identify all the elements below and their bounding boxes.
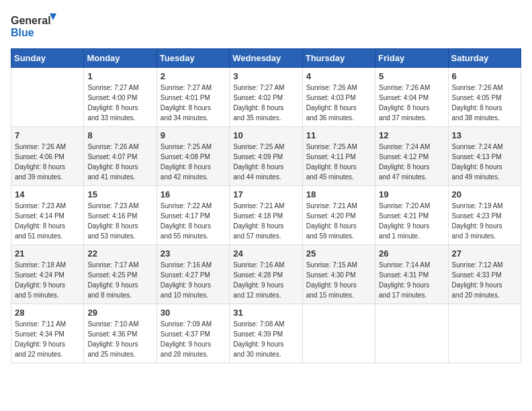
calendar-cell: 23Sunrise: 7:16 AM Sunset: 4:27 PM Dayli… <box>157 245 229 304</box>
day-number: 29 <box>87 308 152 318</box>
day-number: 23 <box>161 248 226 259</box>
day-number: 11 <box>306 130 371 140</box>
day-info: Sunrise: 7:23 AM Sunset: 4:14 PM Dayligh… <box>15 201 80 241</box>
calendar-cell: 20Sunrise: 7:19 AM Sunset: 4:23 PM Dayli… <box>448 186 521 245</box>
page-header: GeneralBlue <box>11 11 521 40</box>
day-info: Sunrise: 7:26 AM Sunset: 4:04 PM Dayligh… <box>379 83 444 123</box>
day-number: 25 <box>306 248 371 259</box>
calendar-cell: 29Sunrise: 7:10 AM Sunset: 4:36 PM Dayli… <box>84 304 157 363</box>
header-day-tuesday: Tuesday <box>157 49 229 68</box>
calendar-cell: 22Sunrise: 7:17 AM Sunset: 4:25 PM Dayli… <box>84 245 157 304</box>
day-info: Sunrise: 7:17 AM Sunset: 4:25 PM Dayligh… <box>87 260 152 300</box>
svg-text:Blue: Blue <box>11 27 34 38</box>
calendar-week-2: 7Sunrise: 7:26 AM Sunset: 4:06 PM Daylig… <box>11 127 521 186</box>
day-info: Sunrise: 7:27 AM Sunset: 4:01 PM Dayligh… <box>161 83 226 123</box>
day-info: Sunrise: 7:22 AM Sunset: 4:17 PM Dayligh… <box>161 201 226 241</box>
calendar-cell <box>302 304 375 363</box>
header-day-monday: Monday <box>84 49 157 68</box>
day-number: 18 <box>306 189 371 199</box>
day-info: Sunrise: 7:26 AM Sunset: 4:05 PM Dayligh… <box>452 83 517 123</box>
calendar-cell: 16Sunrise: 7:22 AM Sunset: 4:17 PM Dayli… <box>157 186 229 245</box>
day-number: 22 <box>87 248 152 259</box>
day-number: 17 <box>233 189 298 199</box>
day-number: 1 <box>87 71 152 81</box>
calendar-cell: 4Sunrise: 7:26 AM Sunset: 4:03 PM Daylig… <box>302 68 375 127</box>
day-info: Sunrise: 7:19 AM Sunset: 4:23 PM Dayligh… <box>452 201 517 241</box>
day-number: 21 <box>15 248 80 259</box>
day-info: Sunrise: 7:15 AM Sunset: 4:30 PM Dayligh… <box>306 260 371 300</box>
calendar-cell: 19Sunrise: 7:20 AM Sunset: 4:21 PM Dayli… <box>375 186 448 245</box>
day-info: Sunrise: 7:11 AM Sunset: 4:34 PM Dayligh… <box>15 319 80 359</box>
calendar-cell: 18Sunrise: 7:21 AM Sunset: 4:20 PM Dayli… <box>302 186 375 245</box>
logo: GeneralBlue <box>11 11 58 40</box>
header-day-sunday: Sunday <box>11 49 84 68</box>
day-number: 2 <box>161 71 226 81</box>
day-number: 31 <box>233 308 298 318</box>
day-info: Sunrise: 7:26 AM Sunset: 4:07 PM Dayligh… <box>87 142 152 182</box>
calendar-cell: 10Sunrise: 7:25 AM Sunset: 4:09 PM Dayli… <box>230 127 302 186</box>
calendar-cell: 28Sunrise: 7:11 AM Sunset: 4:34 PM Dayli… <box>11 304 84 363</box>
day-info: Sunrise: 7:26 AM Sunset: 4:06 PM Dayligh… <box>15 142 80 182</box>
calendar-cell: 21Sunrise: 7:18 AM Sunset: 4:24 PM Dayli… <box>11 245 84 304</box>
day-info: Sunrise: 7:24 AM Sunset: 4:12 PM Dayligh… <box>379 142 444 182</box>
day-info: Sunrise: 7:25 AM Sunset: 4:09 PM Dayligh… <box>233 142 298 182</box>
day-info: Sunrise: 7:26 AM Sunset: 4:03 PM Dayligh… <box>306 83 371 123</box>
day-info: Sunrise: 7:25 AM Sunset: 4:11 PM Dayligh… <box>306 142 371 182</box>
calendar-cell <box>375 304 448 363</box>
calendar-table: SundayMondayTuesdayWednesdayThursdayFrid… <box>11 48 521 363</box>
calendar-cell: 7Sunrise: 7:26 AM Sunset: 4:06 PM Daylig… <box>11 127 84 186</box>
day-number: 5 <box>379 71 444 81</box>
calendar-header-row: SundayMondayTuesdayWednesdayThursdayFrid… <box>11 49 521 68</box>
calendar-cell: 9Sunrise: 7:25 AM Sunset: 4:08 PM Daylig… <box>157 127 229 186</box>
calendar-week-4: 21Sunrise: 7:18 AM Sunset: 4:24 PM Dayli… <box>11 245 521 304</box>
day-info: Sunrise: 7:18 AM Sunset: 4:24 PM Dayligh… <box>15 260 80 300</box>
day-number: 16 <box>161 189 226 199</box>
day-info: Sunrise: 7:23 AM Sunset: 4:16 PM Dayligh… <box>87 201 152 241</box>
day-number: 13 <box>452 130 517 140</box>
day-info: Sunrise: 7:24 AM Sunset: 4:13 PM Dayligh… <box>452 142 517 182</box>
day-info: Sunrise: 7:16 AM Sunset: 4:27 PM Dayligh… <box>161 260 226 300</box>
calendar-cell: 3Sunrise: 7:27 AM Sunset: 4:02 PM Daylig… <box>230 68 302 127</box>
calendar-cell: 2Sunrise: 7:27 AM Sunset: 4:01 PM Daylig… <box>157 68 229 127</box>
day-number: 24 <box>233 248 298 259</box>
day-number: 26 <box>379 248 444 259</box>
day-number: 3 <box>233 71 298 81</box>
day-number: 8 <box>87 130 152 140</box>
calendar-cell: 17Sunrise: 7:21 AM Sunset: 4:18 PM Dayli… <box>230 186 302 245</box>
day-info: Sunrise: 7:27 AM Sunset: 4:02 PM Dayligh… <box>233 83 298 123</box>
calendar-cell: 12Sunrise: 7:24 AM Sunset: 4:12 PM Dayli… <box>375 127 448 186</box>
calendar-cell: 24Sunrise: 7:16 AM Sunset: 4:28 PM Dayli… <box>230 245 302 304</box>
day-info: Sunrise: 7:25 AM Sunset: 4:08 PM Dayligh… <box>161 142 226 182</box>
day-number: 7 <box>15 130 80 140</box>
day-number: 4 <box>306 71 371 81</box>
calendar-week-3: 14Sunrise: 7:23 AM Sunset: 4:14 PM Dayli… <box>11 186 521 245</box>
day-info: Sunrise: 7:12 AM Sunset: 4:33 PM Dayligh… <box>452 260 517 300</box>
day-info: Sunrise: 7:16 AM Sunset: 4:28 PM Dayligh… <box>233 260 298 300</box>
header-day-wednesday: Wednesday <box>230 49 302 68</box>
svg-text:General: General <box>11 15 51 26</box>
day-info: Sunrise: 7:09 AM Sunset: 4:37 PM Dayligh… <box>161 319 226 359</box>
calendar-week-1: 1Sunrise: 7:27 AM Sunset: 4:00 PM Daylig… <box>11 68 521 127</box>
header-day-thursday: Thursday <box>302 49 375 68</box>
header-day-friday: Friday <box>375 49 448 68</box>
day-number: 15 <box>87 189 152 199</box>
day-number: 19 <box>379 189 444 199</box>
day-number: 27 <box>452 248 517 259</box>
calendar-cell: 14Sunrise: 7:23 AM Sunset: 4:14 PM Dayli… <box>11 186 84 245</box>
header-day-saturday: Saturday <box>448 49 521 68</box>
day-info: Sunrise: 7:08 AM Sunset: 4:39 PM Dayligh… <box>233 319 298 359</box>
day-number: 14 <box>15 189 80 199</box>
calendar-cell: 27Sunrise: 7:12 AM Sunset: 4:33 PM Dayli… <box>448 245 521 304</box>
day-info: Sunrise: 7:20 AM Sunset: 4:21 PM Dayligh… <box>379 201 444 241</box>
calendar-cell: 26Sunrise: 7:14 AM Sunset: 4:31 PM Dayli… <box>375 245 448 304</box>
calendar-cell: 5Sunrise: 7:26 AM Sunset: 4:04 PM Daylig… <box>375 68 448 127</box>
day-number: 12 <box>379 130 444 140</box>
day-number: 6 <box>452 71 517 81</box>
calendar-cell: 25Sunrise: 7:15 AM Sunset: 4:30 PM Dayli… <box>302 245 375 304</box>
calendar-cell: 11Sunrise: 7:25 AM Sunset: 4:11 PM Dayli… <box>302 127 375 186</box>
day-number: 10 <box>233 130 298 140</box>
calendar-cell <box>11 68 84 127</box>
logo-svg: GeneralBlue <box>11 11 58 40</box>
day-info: Sunrise: 7:21 AM Sunset: 4:18 PM Dayligh… <box>233 201 298 241</box>
calendar-cell: 15Sunrise: 7:23 AM Sunset: 4:16 PM Dayli… <box>84 186 157 245</box>
